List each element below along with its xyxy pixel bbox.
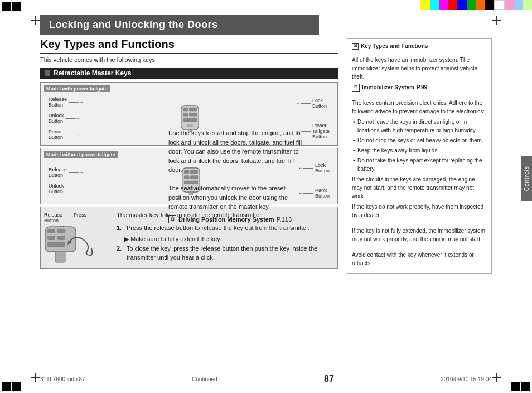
corner-mark-br-2 — [521, 382, 530, 391]
main-instruction-text: Use the keys to start and stop the engin… — [168, 128, 307, 226]
swatch-white — [494, 0, 505, 10]
panic-btn-label: PanicButton ——→ — [49, 129, 84, 140]
swatch-blue — [457, 0, 467, 10]
controls-tab-text: Controls — [524, 166, 530, 191]
file-info: 31TL7600.indb 87 — [40, 376, 85, 382]
swatch-magenta — [439, 0, 448, 10]
right-column: ☑ Key Types and Functions All of the key… — [347, 38, 492, 371]
step2: 2. To close the key, press the release b… — [117, 244, 334, 262]
page-number: 87 — [324, 374, 334, 384]
svg-rect-21 — [47, 242, 65, 247]
arrow-right-3: ——→ — [65, 132, 80, 137]
sidebar-para5: If the key is not fully extended, the im… — [352, 227, 487, 243]
section-header: Retractable Master Keys — [40, 68, 338, 79]
sidebar-para3: If the circuits in the keys are damaged,… — [352, 175, 487, 200]
driving-ref: ⊡ Driving Position Memory System P.113 — [168, 215, 307, 224]
bullet-1: Do not leave the keys in direct sunlight… — [352, 118, 487, 135]
cross-mark-bottom-left — [31, 373, 40, 382]
release-btn-label: ReleaseButton ——→ — [49, 97, 84, 108]
arrow-right-5: ——→ — [66, 186, 81, 191]
corner-marks-bottom-right — [511, 382, 530, 391]
cross-mark-top-right — [492, 16, 501, 25]
svg-rect-17 — [47, 229, 55, 233]
unlock-btn-label-2: UnlockButton ——→ — [49, 183, 84, 194]
release-key-area: ReleaseButton Press — [44, 212, 111, 262]
bullet-4: Do not take the keys apart except for re… — [352, 156, 487, 173]
page-title: Key Types and Functions — [40, 38, 338, 54]
corner-mark-bl-1 — [2, 382, 11, 391]
sidebar-para6: Avoid contact with the key whenever it e… — [352, 251, 487, 267]
divider-3 — [352, 247, 487, 247]
step1-num: 1. — [117, 223, 124, 233]
svg-rect-19 — [47, 236, 55, 240]
arrow-left-1: ←—— — [296, 100, 311, 106]
labels-left-without: ReleaseButton ——→ UnlockButton ——→ — [49, 167, 84, 195]
labels-left-with: ReleaseButton ——→ UnlockButton ——→ Panic… — [49, 97, 84, 141]
continued-label: Continued — [192, 376, 217, 382]
swatch-black — [485, 0, 495, 10]
model-with-label: Model with power tailgate — [44, 85, 110, 92]
arrow-right-4: ——→ — [69, 170, 84, 175]
controls-tab: Controls — [521, 156, 532, 201]
sidebar-para4: If the keys do not work properly, have t… — [352, 203, 487, 219]
swatch-lightblue — [514, 0, 523, 10]
swatch-yellow — [420, 0, 430, 10]
swatch-pink — [505, 0, 514, 10]
side-note-header: ☑ Key Types and Functions — [352, 42, 487, 52]
svg-rect-23 — [55, 251, 65, 262]
svg-rect-4 — [188, 113, 196, 116]
divider-1 — [352, 95, 487, 95]
svg-rect-3 — [182, 113, 187, 116]
corner-marks-top-left — [2, 2, 21, 11]
header-title: Locking and Unlocking the Doors — [49, 19, 218, 31]
release-labels-top: ReleaseButton Press — [44, 212, 111, 223]
header-banner: Locking and Unlocking the Doors — [40, 15, 319, 35]
date-info: 2010/09/10 15:19:04 — [441, 376, 492, 382]
swatch-lightgreen — [523, 0, 533, 10]
swatch-cyan — [430, 0, 439, 10]
checkbox-icon: ☑ — [352, 43, 359, 50]
side-note-box: ☑ Key Types and Functions All of the key… — [347, 38, 492, 274]
swatch-orange — [476, 0, 485, 10]
svg-rect-5 — [182, 118, 196, 122]
sidebar-para2: The keys contain precision electronics. … — [352, 99, 487, 116]
ref-icon-driving: ⊡ — [168, 215, 176, 223]
section-indicator — [45, 70, 50, 76]
seat-text: The seat automatically moves to the pres… — [168, 184, 307, 212]
svg-rect-1 — [182, 108, 187, 111]
step2-text: To close the key, press the release butt… — [127, 244, 334, 262]
corner-mark-2 — [12, 2, 21, 11]
immobilizer-ref-page: P.99 — [417, 83, 427, 92]
section-title: Retractable Master Keys — [54, 69, 131, 77]
ref-icon-1: ⊡ — [352, 84, 360, 92]
corner-marks-bottom-left — [2, 382, 21, 391]
unlock-btn-label: UnlockButton ——→ — [49, 113, 84, 124]
svg-rect-6 — [187, 124, 193, 127]
arrow-right-2: ——→ — [66, 116, 81, 121]
release-button-label: ReleaseButton — [44, 212, 62, 223]
driving-ref-page: P.113 — [277, 215, 292, 224]
corner-mark-1 — [2, 2, 11, 11]
corner-mark-br-1 — [511, 382, 520, 391]
press-label: Press — [74, 212, 86, 223]
svg-rect-18 — [57, 229, 65, 233]
driving-ref-label: Driving Position Memory System — [178, 215, 274, 224]
color-bar — [420, 0, 532, 10]
bullet-3: Keep the keys away from liquids. — [352, 146, 487, 155]
bullet-2: Do not drop the keys or set heavy object… — [352, 136, 487, 145]
key-fob-with-arrow — [44, 226, 105, 259]
cross-mark-bottom-right — [492, 373, 501, 382]
swatch-green — [467, 0, 476, 10]
immobilizer-ref: ⊡ Immobilizer System P.99 — [352, 83, 487, 92]
corner-mark-bl-2 — [12, 382, 21, 391]
model-without-label: Model without power tailgate — [44, 151, 118, 158]
arrow-right-1: ——→ — [69, 99, 84, 105]
sidebar-para1: All of the keys have an immobilizer syst… — [352, 56, 487, 81]
use-keys-text: Use the keys to start and stop the engin… — [168, 128, 307, 175]
svg-rect-2 — [188, 108, 196, 111]
divider-2 — [352, 223, 487, 223]
cross-mark-top-left — [31, 16, 40, 25]
lock-btn-label-r: ←—— LockButton — [296, 98, 330, 109]
side-note-title: Key Types and Functions — [361, 42, 428, 50]
step2-num: 2. — [117, 244, 124, 262]
